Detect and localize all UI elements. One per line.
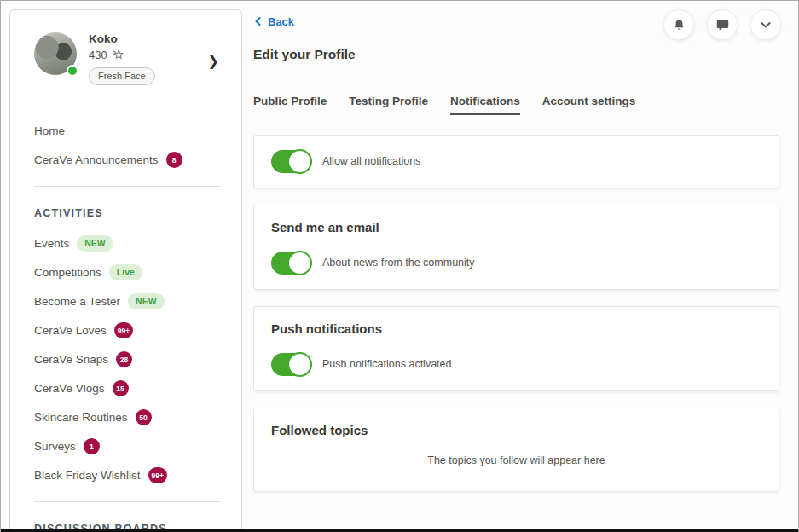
unread-count-badge: 50 <box>136 409 152 425</box>
window-bottom-edge <box>1 529 798 532</box>
followed-topics-empty-text: The topics you follow will appear here <box>271 454 761 466</box>
sidebar-item-cerave-loves[interactable]: CeraVe Loves 99+ <box>34 322 221 338</box>
profile-expand-chevron-icon[interactable]: ❯ <box>208 53 219 69</box>
sidebar-item-label: Become a Tester <box>34 295 120 308</box>
messages-button[interactable] <box>707 9 738 40</box>
sidebar-divider <box>34 501 221 502</box>
sidebar: Koko 430 Fresh Face ❯ Home CeraVe Announ <box>9 9 242 532</box>
unread-count-badge: 28 <box>116 351 132 367</box>
toggle-label: Push notifications activated <box>322 358 451 370</box>
live-pill: Live <box>109 264 142 280</box>
collapse-header-button[interactable] <box>750 9 781 40</box>
unread-count-badge: 1 <box>84 438 100 454</box>
sidebar-item-competitions[interactable]: Competitions Live <box>34 264 221 280</box>
toggle-label: About news from the community <box>322 257 475 269</box>
push-notifications-card: Push notifications Push notifications ac… <box>253 306 779 391</box>
tab-public-profile[interactable]: Public Profile <box>253 95 327 115</box>
profile-points: 430 <box>89 49 155 61</box>
card-title: Send me an email <box>271 220 761 234</box>
sidebar-item-label: Skincare Routines <box>34 411 128 424</box>
rank-badge: Fresh Face <box>89 67 155 85</box>
sidebar-item-events[interactable]: Events NEW <box>34 235 221 252</box>
push-notifications-toggle[interactable] <box>271 353 311 376</box>
card-title: Followed topics <box>271 423 761 437</box>
sidebar-item-cerave-snaps[interactable]: CeraVe Snaps 28 <box>34 351 221 367</box>
tab-testing-profile[interactable]: Testing Profile <box>349 95 428 115</box>
sidebar-item-label: Home <box>34 124 65 137</box>
sidebar-item-label: CeraVe Loves <box>34 324 107 337</box>
new-pill: NEW <box>128 293 165 309</box>
profile-tabs: Public Profile Testing Profile Notificat… <box>253 95 779 115</box>
sidebar-item-label: Black Friday Wishlist <box>34 469 141 482</box>
sidebar-item-label: Surveys <box>34 440 76 453</box>
sidebar-item-become-a-tester[interactable]: Become a Tester NEW <box>34 293 221 309</box>
sidebar-item-label: Events <box>34 237 69 250</box>
unread-count-badge: 99+ <box>114 322 133 338</box>
back-label: Back <box>268 15 294 28</box>
tab-notifications[interactable]: Notifications <box>450 95 520 115</box>
email-notifications-card: Send me an email About news from the com… <box>253 205 779 290</box>
back-button[interactable]: Back <box>253 15 294 28</box>
sidebar-item-label: CeraVe Snaps <box>34 353 108 366</box>
tab-account-settings[interactable]: Account settings <box>542 95 636 115</box>
chevron-down-icon <box>759 18 773 32</box>
sidebar-item-skincare-routines[interactable]: Skincare Routines 50 <box>34 409 221 425</box>
notifications-bell-button[interactable] <box>663 9 694 40</box>
allow-all-notifications-card: Allow all notifications <box>253 135 779 188</box>
sidebar-item-label: CeraVe Vlogs <box>34 382 105 395</box>
chat-bubble-icon <box>715 18 730 32</box>
sidebar-item-home[interactable]: Home <box>34 123 221 139</box>
unread-count-badge: 99+ <box>148 467 167 483</box>
sidebar-item-label: Competitions <box>34 266 101 279</box>
unread-count-badge: 8 <box>166 152 182 168</box>
sidebar-item-black-friday-wishlist[interactable]: Black Friday Wishlist 99+ <box>34 467 221 483</box>
email-news-toggle[interactable] <box>271 252 311 275</box>
page-title: Edit your Profile <box>253 47 779 62</box>
main-content: Back Edit your Profile Public Profile Te… <box>242 1 798 532</box>
sidebar-item-cerave-announcements[interactable]: CeraVe Announcements 8 <box>34 152 221 168</box>
avatar <box>34 32 77 75</box>
sidebar-item-label: CeraVe Announcements <box>34 153 159 166</box>
bell-icon <box>672 18 686 32</box>
online-status-dot <box>67 65 78 77</box>
sidebar-item-cerave-vlogs[interactable]: CeraVe Vlogs 15 <box>34 380 221 396</box>
profile-card[interactable]: Koko 430 Fresh Face ❯ <box>34 32 221 85</box>
toggle-label: Allow all notifications <box>322 155 420 167</box>
sparkle-star-icon <box>112 49 124 61</box>
new-pill: NEW <box>77 235 113 252</box>
header-icon-buttons <box>663 9 781 40</box>
allow-all-notifications-toggle[interactable] <box>271 150 311 173</box>
sidebar-divider <box>34 186 221 187</box>
unread-count-badge: 15 <box>113 380 129 396</box>
sidebar-item-surveys[interactable]: Surveys 1 <box>34 438 221 454</box>
app-window: Koko 430 Fresh Face ❯ Home CeraVe Announ <box>0 0 799 532</box>
followed-topics-card: Followed topics The topics you follow wi… <box>253 408 779 492</box>
points-value: 430 <box>89 49 107 61</box>
card-title: Push notifications <box>271 321 761 336</box>
activities-heading: ACTIVITIES <box>34 207 221 219</box>
profile-name: Koko <box>89 32 155 45</box>
chevron-left-icon <box>253 16 263 26</box>
